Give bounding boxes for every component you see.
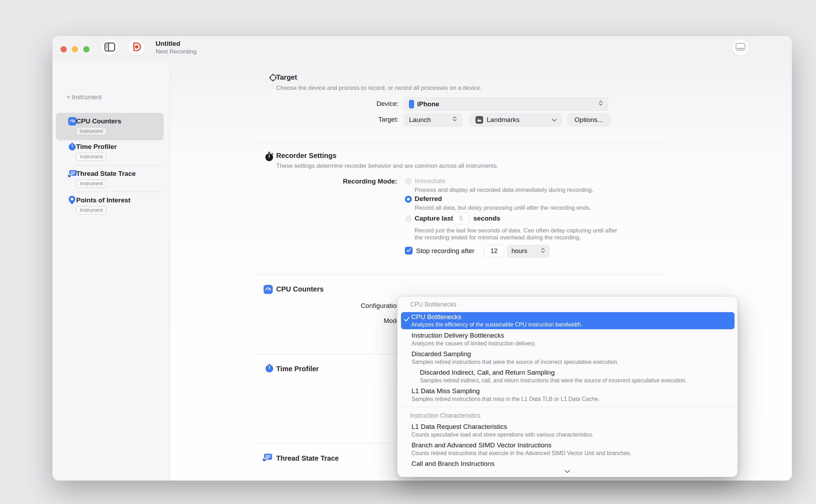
close-window-button[interactable] <box>60 46 67 52</box>
sidebar-item-label: Time Profiler <box>76 143 117 151</box>
menu-item-description: Analyzes the efficiency of the sustainab… <box>411 321 582 328</box>
hours-unit-value: hours <box>511 247 541 255</box>
add-instrument-button[interactable]: + Instrument <box>66 94 102 101</box>
sidebar-divider <box>76 191 164 192</box>
sidebar-item-label: Points of Interest <box>76 196 130 204</box>
immediate-label: Immediate <box>415 177 446 185</box>
capture-description-line2: the recording ended for minimal overhead… <box>415 234 581 241</box>
stop-hours-input[interactable] <box>484 245 504 257</box>
menu-scroll-more[interactable] <box>398 465 737 477</box>
deferred-label: Deferred <box>415 195 442 203</box>
target-section-description: Choose the device and process to record,… <box>276 85 482 92</box>
menu-item-description: Analyzes the causes of limited instructi… <box>411 340 536 347</box>
app-popup[interactable]: Landmarks <box>470 113 562 126</box>
section-divider <box>255 143 666 143</box>
minimize-window-button[interactable] <box>72 46 78 52</box>
target-section-heading: Target <box>276 73 297 81</box>
time-profiler-heading: Time Profiler <box>276 365 319 373</box>
instruments-sidebar: + Instrument CPU Counters Instrument <box>52 60 170 481</box>
menu-item-description: Samples retired indirect, call, and retu… <box>420 377 687 384</box>
configuration-label: Configuration: <box>332 302 402 310</box>
thread-state-trace-icon <box>67 169 77 180</box>
menu-divider <box>401 407 735 407</box>
instruments-window: Untitled Next Recording + Instrument <box>52 36 792 481</box>
thread-state-trace-icon <box>262 453 272 464</box>
menu-item-title: Discarded Sampling <box>411 350 471 358</box>
time-profiler-icon <box>265 364 274 374</box>
deferred-radio[interactable] <box>405 196 412 203</box>
cpu-counters-icon <box>264 285 273 295</box>
device-popup-value: iPhone <box>417 100 599 108</box>
mode-label: Mode: <box>332 317 402 325</box>
menu-item-description: Samples retired instructions that were t… <box>411 359 618 365</box>
landmarks-app-icon <box>475 116 483 124</box>
device-label: Device: <box>350 100 399 108</box>
desktop: Untitled Next Recording + Instrument <box>0 0 816 504</box>
sidebar-item-label: Thread State Trace <box>76 170 136 178</box>
menu-section-header: CPU Bottlenecks <box>410 301 456 308</box>
document-title: Untitled <box>156 40 196 48</box>
menu-section-header: Instruction Characteristics <box>410 412 480 419</box>
launch-popup[interactable]: Launch <box>404 113 462 126</box>
cpu-counters-icon <box>68 117 77 127</box>
zoom-window-button[interactable] <box>83 46 90 52</box>
titlebar: Untitled Next Recording <box>52 36 792 60</box>
recorder-settings-description: These settings determine recorder behavi… <box>276 163 498 170</box>
menu-item-title: L1 Data Request Characteristics <box>411 423 507 431</box>
updown-chevrons-icon <box>452 116 457 124</box>
device-popup[interactable]: iPhone <box>404 98 608 110</box>
instrument-badge: Instrument <box>76 153 106 161</box>
capture-seconds-input[interactable] <box>453 213 469 224</box>
updown-chevrons-icon <box>599 100 603 108</box>
menu-item-title: CPU Bottlenecks <box>411 313 461 321</box>
launch-popup-value: Launch <box>409 116 452 124</box>
menu-item-title: Discarded Indirect, Call, and Return Sam… <box>420 369 554 377</box>
capture-last-label: Capture last <box>415 215 453 222</box>
record-icon <box>131 42 142 53</box>
app-popup-value: Landmarks <box>487 116 552 124</box>
capture-last-radio[interactable] <box>405 215 412 222</box>
capture-description-line1: Record just the last few seconds of data… <box>415 227 617 234</box>
bottom-panel-icon <box>735 43 746 52</box>
menu-item-title: L1 Data Miss Sampling <box>411 387 480 395</box>
document-subtitle: Next Recording <box>156 48 196 55</box>
checkmark-icon <box>404 317 410 323</box>
stop-recording-checkbox[interactable] <box>405 247 413 254</box>
configuration-menu: CPU Bottlenecks CPU Bottlenecks Analyzes… <box>397 296 738 477</box>
sidebar-toggle-icon <box>104 42 115 53</box>
stop-recording-label: Stop recording after <box>416 247 474 255</box>
menu-item-description: Counts speculative load and store operat… <box>411 431 593 438</box>
recording-mode-label: Recording Mode: <box>327 178 397 185</box>
capture-seconds-unit-label: seconds <box>473 215 500 222</box>
menu-item-cpu-bottlenecks[interactable]: CPU Bottlenecks Analyzes the efficiency … <box>401 312 735 329</box>
options-button-label: Options... <box>574 116 603 124</box>
instrument-badge: Instrument <box>76 180 106 188</box>
instrument-badge: Instrument <box>76 127 106 135</box>
options-button[interactable]: Options... <box>567 113 610 126</box>
menu-item-title: Branch and Advanced SIMD Vector Instruct… <box>411 441 551 449</box>
deferred-description: Record all data, but delay processing un… <box>415 204 591 211</box>
immediate-description: Process and display all recorded data im… <box>415 187 593 194</box>
time-profiler-icon <box>68 143 76 152</box>
hours-unit-popup[interactable]: hours <box>507 245 550 257</box>
recorder-settings-icon <box>265 152 274 163</box>
sidebar-divider <box>76 165 164 165</box>
section-divider <box>255 274 666 275</box>
menu-item-title: Instruction Delivery Bottlenecks <box>411 332 504 340</box>
menu-item-description: Samples retired instructions that miss i… <box>411 396 600 402</box>
record-button[interactable] <box>128 39 144 56</box>
chevron-down-icon <box>552 116 557 124</box>
chevron-down-icon <box>564 468 571 475</box>
recorder-settings-heading: Recorder Settings <box>276 152 336 160</box>
cpu-counters-heading: CPU Counters <box>276 285 324 293</box>
toggle-bottom-panel-button[interactable] <box>732 39 749 56</box>
target-label: Target: <box>350 116 399 123</box>
menu-item-description: Counts retired instructions that execute… <box>411 450 631 456</box>
immediate-radio[interactable] <box>405 178 412 185</box>
instrument-badge: Instrument <box>76 206 106 214</box>
checkmark-icon <box>406 247 411 254</box>
iphone-icon <box>409 100 414 108</box>
toggle-sidebar-button[interactable] <box>102 39 118 56</box>
updown-chevrons-icon <box>541 247 545 255</box>
thread-state-trace-heading: Thread State Trace <box>276 454 339 462</box>
